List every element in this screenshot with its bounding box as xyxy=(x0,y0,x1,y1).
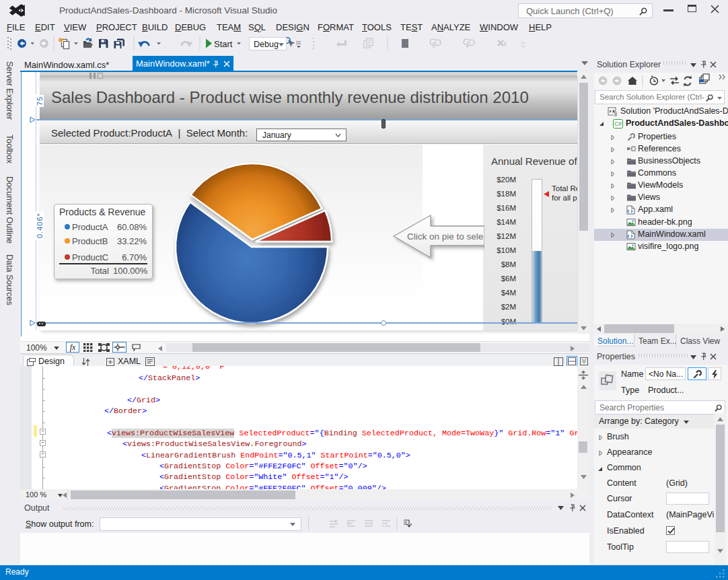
svg-text:Click on pie to sele: Click on pie to sele xyxy=(407,231,483,242)
svg-text:C#: C# xyxy=(614,120,622,127)
